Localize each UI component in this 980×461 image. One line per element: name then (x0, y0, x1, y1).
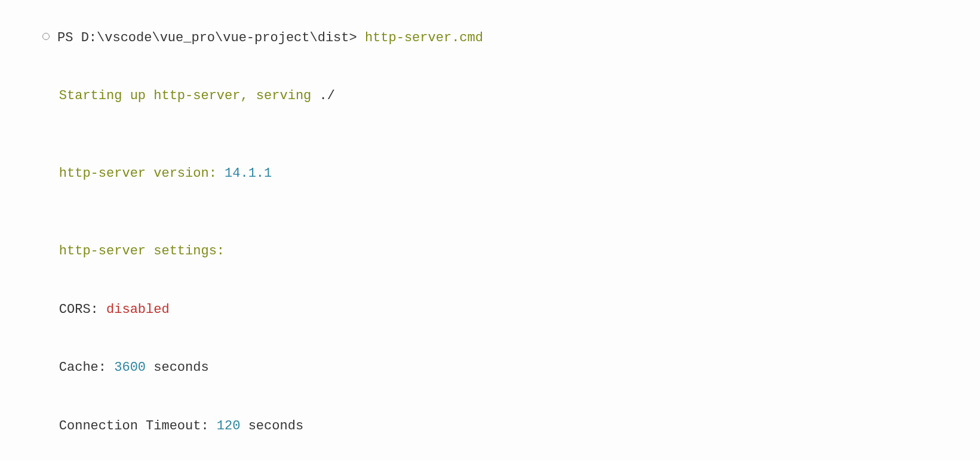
version-line: http-server version: 14.1.1 (11, 145, 980, 204)
startup-msg: Starting up http-server, serving (59, 88, 320, 103)
terminal-output: PS D:\vscode\vue_pro\vue-project\dist> h… (0, 0, 980, 461)
command-text: http-server.cmd (365, 30, 483, 45)
cache-line: Cache: 3600 seconds (11, 339, 980, 398)
prompt-path: D:\vscode\vue_pro\vue-project\dist> (81, 30, 365, 45)
cache-unit: seconds (153, 360, 208, 375)
circle-icon (42, 33, 50, 40)
cors-value: disabled (106, 302, 170, 317)
settings-label: http-server settings: (59, 244, 232, 259)
cache-label: Cache: (59, 360, 114, 375)
timeout-value: 120 (217, 419, 248, 434)
timeout-line: Connection Timeout: 120 seconds (11, 397, 980, 456)
dirlist-line: Directory Listings: visible (11, 456, 980, 462)
timeout-label: Connection Timeout: (59, 419, 217, 434)
ps-label: PS (57, 30, 81, 45)
timeout-unit: seconds (248, 419, 303, 434)
settings-label-line: http-server settings: (11, 223, 980, 281)
version-value: 14.1.1 (225, 166, 272, 181)
prompt-line: PS D:\vscode\vue_pro\vue-project\dist> h… (11, 9, 980, 67)
startup-line: Starting up http-server, serving ./ (11, 67, 980, 126)
serving-path: ./ (319, 88, 334, 103)
version-label: http-server version: (59, 166, 225, 181)
cors-line: CORS: disabled (11, 281, 980, 339)
cors-label: CORS: (59, 302, 106, 317)
cache-value: 3600 (114, 360, 153, 375)
